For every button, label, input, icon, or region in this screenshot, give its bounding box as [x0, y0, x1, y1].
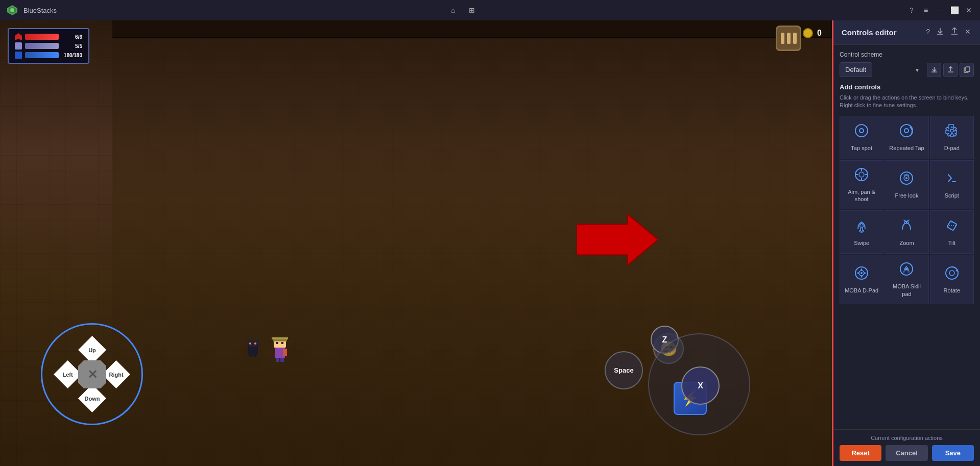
- menu-button[interactable]: ≡: [921, 5, 931, 15]
- import-scheme-button[interactable]: [927, 63, 941, 77]
- window-controls: ? ≡ – ⬜ ✕: [906, 5, 974, 15]
- dpad-center: ✕: [78, 360, 106, 388]
- close-button[interactable]: ✕: [964, 5, 974, 15]
- scheme-icons: [927, 63, 974, 77]
- control-rotate[interactable]: Rotate: [930, 255, 974, 304]
- svg-point-36: [905, 177, 907, 179]
- tap-spot-label: Tap spot: [851, 144, 872, 152]
- free-look-label: Free look: [895, 192, 919, 199]
- dpad-right[interactable]: Right: [102, 360, 130, 388]
- control-aim-pan-shoot[interactable]: Aim, pan & shoot: [840, 160, 883, 210]
- svg-rect-14: [272, 337, 288, 339]
- svg-rect-15: [283, 349, 287, 356]
- hud-stats: 6/6 5/5 180/180: [8, 28, 89, 64]
- panel-footer: Current configuration actions Reset Canc…: [833, 429, 980, 466]
- dpad-cross: Up Down Left Right ✕: [61, 344, 123, 405]
- app-title: BlueStacks: [23, 7, 443, 14]
- panel-import-button[interactable]: [935, 27, 945, 38]
- control-free-look[interactable]: Free look: [885, 160, 928, 210]
- pause-icon: [781, 33, 797, 44]
- save-button[interactable]: Save: [932, 445, 974, 461]
- mp-row: 5/5: [15, 42, 82, 50]
- svg-marker-20: [577, 214, 658, 265]
- control-tilt[interactable]: Tilt: [930, 210, 974, 254]
- svg-rect-19: [281, 342, 283, 344]
- dpad-left[interactable]: Left: [54, 360, 82, 388]
- minimize-button[interactable]: –: [935, 5, 945, 15]
- svg-rect-5: [247, 339, 250, 344]
- scheme-section: Control scheme Default: [840, 51, 974, 77]
- panel-title: Controls editor: [842, 28, 897, 37]
- control-dpad[interactable]: D-pad: [930, 116, 974, 159]
- svg-point-23: [855, 125, 868, 137]
- moba-dpad-label: MOBA D-Pad: [845, 287, 878, 294]
- hp-text: 6/6: [62, 34, 82, 40]
- hud-coins: 0: [803, 28, 822, 38]
- maximize-button[interactable]: ⬜: [949, 5, 960, 15]
- zoom-icon: [899, 218, 914, 235]
- repeated-tap-icon: [899, 123, 914, 140]
- hp-bar: [25, 34, 59, 40]
- controls-panel: Controls editor ? ✕ Contr: [832, 20, 980, 466]
- hp-bar-container: [25, 34, 59, 40]
- svg-point-27: [950, 129, 953, 132]
- control-swipe[interactable]: Swipe: [840, 210, 883, 254]
- scheme-select[interactable]: Default: [840, 62, 872, 77]
- main-character: [271, 335, 289, 364]
- dpad-container[interactable]: Up Down Left Right ✕: [41, 323, 143, 425]
- reset-button[interactable]: Reset: [840, 445, 881, 461]
- copy-scheme-button[interactable]: [960, 63, 974, 77]
- svg-point-26: [904, 129, 909, 133]
- svg-point-8: [254, 342, 256, 345]
- svg-point-44: [861, 272, 863, 274]
- game-canvas[interactable]: 6/6 5/5 180/180 0: [0, 20, 832, 466]
- control-script[interactable]: Script: [930, 160, 974, 210]
- tilt-label: Tilt: [948, 239, 955, 247]
- dpad-down[interactable]: Down: [78, 384, 106, 412]
- mp-text: 5/5: [62, 43, 82, 49]
- control-repeated-tap[interactable]: Repeated Tap: [885, 116, 928, 159]
- coin-icon: [803, 28, 813, 38]
- control-moba-skill[interactable]: MOBA Skill pad: [885, 255, 928, 304]
- cancel-button[interactable]: Cancel: [886, 445, 927, 461]
- control-moba-dpad[interactable]: MOBA D-Pad: [840, 255, 883, 304]
- svg-rect-22: [966, 67, 970, 71]
- dpad-icon: [944, 123, 960, 140]
- red-arrow-indicator: [577, 214, 658, 273]
- add-controls-section: Add controls Click or drag the actions o…: [840, 83, 974, 110]
- repeated-tap-label: Repeated Tap: [889, 144, 924, 152]
- dpad-up[interactable]: Up: [78, 336, 106, 364]
- main-area: 6/6 5/5 180/180 0: [0, 20, 980, 466]
- panel-close-button[interactable]: ✕: [964, 27, 972, 38]
- panel-export-button[interactable]: [949, 27, 960, 38]
- help-button[interactable]: ?: [906, 5, 917, 15]
- cat-character: [245, 336, 260, 359]
- rotate-icon: [944, 265, 960, 283]
- x-button[interactable]: X: [681, 366, 720, 405]
- script-label: Script: [945, 192, 959, 199]
- home-button[interactable]: ⌂: [448, 5, 459, 15]
- pause-button[interactable]: [776, 26, 801, 51]
- control-zoom[interactable]: Zoom: [885, 210, 928, 254]
- svg-rect-38: [861, 227, 863, 231]
- stamina-row: 180/180: [15, 52, 82, 59]
- export-scheme-button[interactable]: [943, 63, 958, 77]
- stamina-icon: [15, 52, 22, 59]
- panel-help-button[interactable]: ?: [925, 27, 931, 38]
- svg-point-46: [905, 268, 908, 271]
- control-tap-spot[interactable]: Tap spot: [840, 116, 883, 159]
- svg-point-29: [859, 172, 864, 177]
- coin-count: 0: [817, 29, 822, 38]
- hp-row: 6/6: [15, 33, 82, 40]
- moba-dpad-icon: [854, 265, 869, 283]
- moba-skill-label: MOBA Skill pad: [888, 283, 925, 298]
- svg-rect-10: [253, 355, 256, 357]
- dpad-circle[interactable]: Up Down Left Right ✕: [41, 323, 143, 425]
- scheme-dropdown-wrapper[interactable]: Default: [840, 62, 924, 77]
- rotate-label: Rotate: [944, 287, 960, 294]
- script-icon: [944, 170, 960, 188]
- heart-icon: [15, 33, 22, 40]
- space-button[interactable]: Space: [605, 351, 643, 389]
- svg-point-40: [906, 222, 909, 224]
- layout-button[interactable]: ⊞: [467, 5, 477, 15]
